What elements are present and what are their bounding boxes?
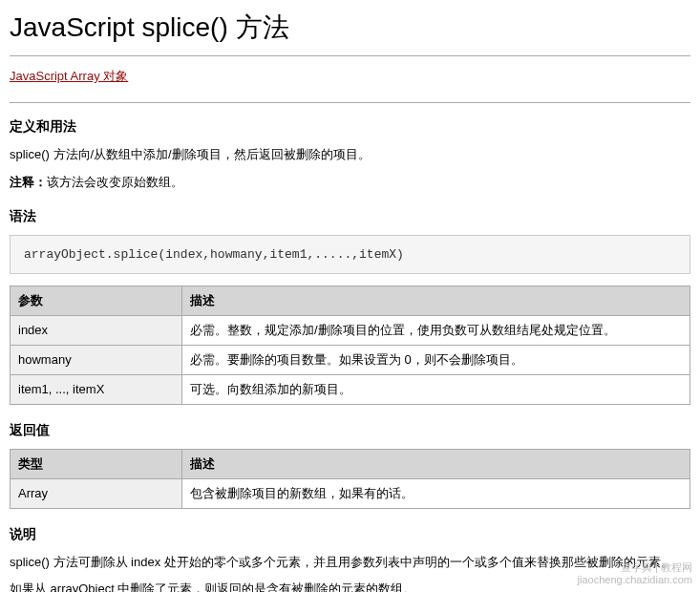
explain-p2: 如果从 arrayObject 中删除了元素，则返回的是含有被删除的元素的数组。 bbox=[10, 580, 690, 592]
table-header-row: 参数 描述 bbox=[11, 285, 690, 315]
return-header-desc: 描述 bbox=[182, 449, 690, 478]
params-header-desc: 描述 bbox=[182, 285, 690, 315]
param-name: howmany bbox=[11, 345, 182, 374]
table-row: item1, ..., itemX 可选。向数组添加的新项目。 bbox=[11, 374, 690, 404]
return-heading: 返回值 bbox=[10, 422, 690, 439]
table-row: howmany 必需。要删除的项目数量。如果设置为 0，则不会删除项目。 bbox=[11, 345, 690, 374]
table-row: Array 包含被删除项目的新数组，如果有的话。 bbox=[11, 478, 690, 508]
breadcrumb-link[interactable]: JavaScript Array 对象 bbox=[10, 69, 128, 83]
title-rule bbox=[10, 55, 690, 56]
param-desc: 可选。向数组添加的新项目。 bbox=[182, 374, 690, 404]
return-type: Array bbox=[11, 478, 182, 508]
param-desc: 必需。整数，规定添加/删除项目的位置，使用负数可从数组结尾处规定位置。 bbox=[182, 315, 690, 345]
section-divider bbox=[10, 102, 690, 103]
explain-heading: 说明 bbox=[10, 526, 690, 543]
page-title: JavaScript splice() 方法 bbox=[10, 10, 690, 48]
return-desc: 包含被删除项目的新数组，如果有的话。 bbox=[182, 478, 690, 508]
syntax-code: arrayObject.splice(index,howmany,item1,.… bbox=[10, 235, 690, 274]
note-label: 注释： bbox=[10, 175, 47, 189]
definition-heading: 定义和用法 bbox=[10, 118, 690, 136]
table-row: index 必需。整数，规定添加/删除项目的位置，使用负数可从数组结尾处规定位置… bbox=[11, 315, 690, 345]
table-header-row: 类型 描述 bbox=[11, 449, 690, 478]
return-table: 类型 描述 Array 包含被删除项目的新数组，如果有的话。 bbox=[10, 449, 690, 509]
return-header-type: 类型 bbox=[11, 449, 182, 478]
params-table: 参数 描述 index 必需。整数，规定添加/删除项目的位置，使用负数可从数组结… bbox=[10, 285, 690, 405]
note-text: 该方法会改变原始数组。 bbox=[47, 175, 183, 189]
param-name: index bbox=[11, 315, 182, 345]
params-header-param: 参数 bbox=[11, 285, 182, 315]
definition-note: 注释：该方法会改变原始数组。 bbox=[10, 173, 690, 193]
param-desc: 必需。要删除的项目数量。如果设置为 0，则不会删除项目。 bbox=[182, 345, 690, 374]
syntax-heading: 语法 bbox=[10, 208, 690, 225]
explain-p1: splice() 方法可删除从 index 处开始的零个或多个元素，并且用参数列… bbox=[10, 553, 690, 573]
definition-desc: splice() 方法向/从数组中添加/删除项目，然后返回被删除的项目。 bbox=[10, 145, 690, 165]
param-name: item1, ..., itemX bbox=[11, 374, 182, 404]
